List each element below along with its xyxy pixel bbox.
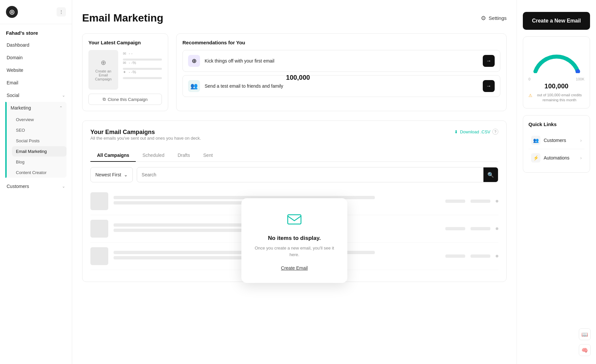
sidebar-item-website[interactable]: Website bbox=[3, 64, 69, 76]
sidebar-collapse-button[interactable]: ⋮ bbox=[57, 7, 66, 17]
app-logo: ◎ bbox=[6, 6, 18, 18]
recommendations-card: Recommendations for You ⊕ Kick things of… bbox=[176, 33, 507, 111]
campaigns-list: No items to display. Once you create a n… bbox=[90, 188, 498, 274]
download-csv-button[interactable]: ⬇ Download .CSV ? bbox=[454, 129, 498, 135]
rec-arrow-button-2[interactable]: → bbox=[483, 80, 495, 92]
sidebar-item-dashboard[interactable]: Dashboard bbox=[3, 39, 69, 51]
brain-icon[interactable]: 🧠 bbox=[579, 344, 591, 356]
tab-scheduled[interactable]: Scheduled bbox=[136, 149, 171, 162]
gauge-max-label: 100K bbox=[576, 77, 584, 81]
campaigns-subtitle: All the emails you've sent out and ones … bbox=[90, 136, 201, 141]
marketing-submenu: Overview SEO Social Posts Email Marketin… bbox=[5, 114, 67, 178]
sort-label: Newest First bbox=[95, 172, 121, 177]
quick-links-title: Quick Links bbox=[528, 121, 584, 127]
chevron-right-icon: › bbox=[580, 138, 582, 143]
gauge-chart bbox=[530, 43, 583, 73]
campaign-thumbnail: ⊕ Create an Email Campaign bbox=[88, 50, 118, 90]
search-icon: 🔍 bbox=[487, 172, 494, 178]
right-panel: Create a New Email 0 100,000 100K 100,00… bbox=[517, 0, 596, 364]
sidebar-item-social[interactable]: Social ⌄ bbox=[3, 89, 69, 101]
row-thumbnail bbox=[90, 220, 108, 238]
chevron-right-icon: › bbox=[580, 155, 582, 160]
campaign-stats: ✉ - - ✉ - -% ✦ - -% bbox=[123, 50, 162, 79]
top-row: Your Latest Campaign ⊕ Create an Email C… bbox=[82, 33, 507, 111]
clone-campaign-button[interactable]: ⧉ Clone this Campaign bbox=[88, 94, 162, 105]
sidebar-item-marketing[interactable]: Marketing ⌃ bbox=[5, 102, 67, 114]
sidebar-item-overview[interactable]: Overview bbox=[12, 114, 67, 125]
page-title: Email Marketing bbox=[82, 12, 163, 24]
sort-dropdown[interactable]: Newest First ⌄ bbox=[90, 167, 133, 182]
page-header: Email Marketing ⚙ Settings bbox=[82, 12, 507, 24]
stat-row-1: ✉ - - bbox=[123, 51, 162, 56]
sidebar: ◎ ⋮ Fahad's store Dashboard Domain Websi… bbox=[0, 0, 72, 364]
social-label: Social bbox=[7, 93, 19, 98]
row-thumbnail bbox=[90, 192, 108, 210]
row-thumbnail bbox=[90, 247, 108, 265]
sidebar-item-email-marketing[interactable]: Email Marketing bbox=[12, 146, 67, 157]
sidebar-item-domain[interactable]: Domain bbox=[3, 52, 69, 64]
quick-link-automations[interactable]: ⚡ Automations › bbox=[528, 149, 584, 166]
empty-state-title: No items to display. bbox=[252, 235, 337, 242]
campaign-tabs: All Campaigns Scheduled Drafts Sent bbox=[90, 149, 498, 162]
sidebar-item-content-creator[interactable]: Content Creator bbox=[12, 167, 67, 178]
send-icon: ✉ bbox=[123, 51, 126, 56]
sidebar-nav: Dashboard Domain Website Email Social ⌄ … bbox=[0, 39, 72, 364]
campaign-card: ⊕ Create an Email Campaign ✉ - - ✉ - -% bbox=[88, 50, 162, 90]
customers-icon: 👥 bbox=[531, 136, 540, 145]
sidebar-item-email[interactable]: Email bbox=[3, 77, 69, 89]
main-content: Email Marketing ⚙ Settings Your Latest C… bbox=[72, 0, 517, 364]
rec-text-first-email: Kick things off with your first email bbox=[205, 58, 274, 64]
sidebar-item-customers[interactable]: Customers ⌄ bbox=[3, 180, 69, 192]
settings-button[interactable]: ⚙ Settings bbox=[481, 15, 507, 22]
rec-item-first-email: ⊕ Kick things off with your first email … bbox=[182, 50, 500, 72]
latest-campaign-heading: Your Latest Campaign bbox=[88, 40, 162, 45]
gauge-value-center: 100,000 bbox=[286, 74, 310, 81]
gauge-min-label: 0 bbox=[528, 77, 530, 81]
quick-links-card: Quick Links 👥 Customers › ⚡ Automations … bbox=[523, 115, 590, 173]
chevron-up-icon: ⌃ bbox=[59, 106, 63, 110]
book-icon[interactable]: 📖 bbox=[579, 328, 591, 340]
search-button[interactable]: 🔍 bbox=[483, 167, 498, 182]
copy-icon: ⧉ bbox=[103, 97, 106, 102]
warning-icon: ⚠ bbox=[528, 93, 532, 99]
marketing-section: Marketing ⌃ Overview SEO Social Posts Em… bbox=[5, 102, 67, 178]
bottom-floating-icons: 📖 🧠 bbox=[579, 328, 591, 356]
website-label: Website bbox=[7, 68, 23, 73]
chevron-down-icon: ⌄ bbox=[124, 172, 128, 177]
gear-icon: ⚙ bbox=[481, 15, 486, 22]
sidebar-top: ◎ ⋮ bbox=[0, 0, 72, 24]
latest-campaign-card: Your Latest Campaign ⊕ Create an Email C… bbox=[82, 33, 168, 111]
marketing-label: Marketing bbox=[11, 105, 31, 111]
email-credits-gauge: 0 100,000 100K 100,000 ⚠ out of 100,000 … bbox=[523, 36, 590, 109]
recommendations-heading: Recommendations for You bbox=[182, 40, 500, 45]
create-email-link[interactable]: Create Email bbox=[281, 265, 308, 271]
chevron-down-icon: ⌄ bbox=[62, 184, 65, 189]
chevron-down-icon: ⌄ bbox=[62, 93, 65, 98]
dashboard-label: Dashboard bbox=[7, 42, 29, 48]
sidebar-item-seo[interactable]: SEO bbox=[12, 125, 67, 135]
customers-link-label: Customers bbox=[544, 138, 566, 143]
stat-bar-3 bbox=[123, 77, 162, 79]
tab-all-campaigns[interactable]: All Campaigns bbox=[90, 149, 136, 162]
automations-icon: ⚡ bbox=[531, 153, 540, 162]
tab-sent[interactable]: Sent bbox=[197, 149, 220, 162]
sidebar-item-social-posts[interactable]: Social Posts bbox=[12, 136, 67, 146]
quick-link-customers[interactable]: 👥 Customers › bbox=[528, 132, 584, 149]
rec-arrow-button-1[interactable]: → bbox=[483, 55, 495, 67]
sidebar-item-blog[interactable]: Blog bbox=[12, 157, 67, 167]
click-icon: ✦ bbox=[123, 70, 126, 74]
store-name: Fahad's store bbox=[0, 24, 72, 39]
rec-people-icon: 👥 bbox=[188, 80, 200, 92]
plus-circle-icon: ⊕ bbox=[101, 59, 106, 67]
gauge-note: ⚠ out of 100,000 email credits remaining… bbox=[528, 93, 584, 103]
campaigns-toolbar: Newest First ⌄ 🔍 bbox=[90, 167, 498, 182]
download-icon: ⬇ bbox=[454, 129, 458, 134]
gauge-value-display: 100,000 bbox=[528, 82, 584, 90]
domain-label: Domain bbox=[7, 55, 23, 60]
search-input[interactable] bbox=[137, 169, 483, 181]
tab-drafts[interactable]: Drafts bbox=[171, 149, 196, 162]
open-icon: ✉ bbox=[123, 61, 126, 65]
customers-label: Customers bbox=[7, 184, 29, 189]
create-new-email-button[interactable]: Create a New Email bbox=[523, 12, 590, 30]
rec-item-test-email: 👥 Send a test email to friends and famil… bbox=[182, 75, 500, 97]
